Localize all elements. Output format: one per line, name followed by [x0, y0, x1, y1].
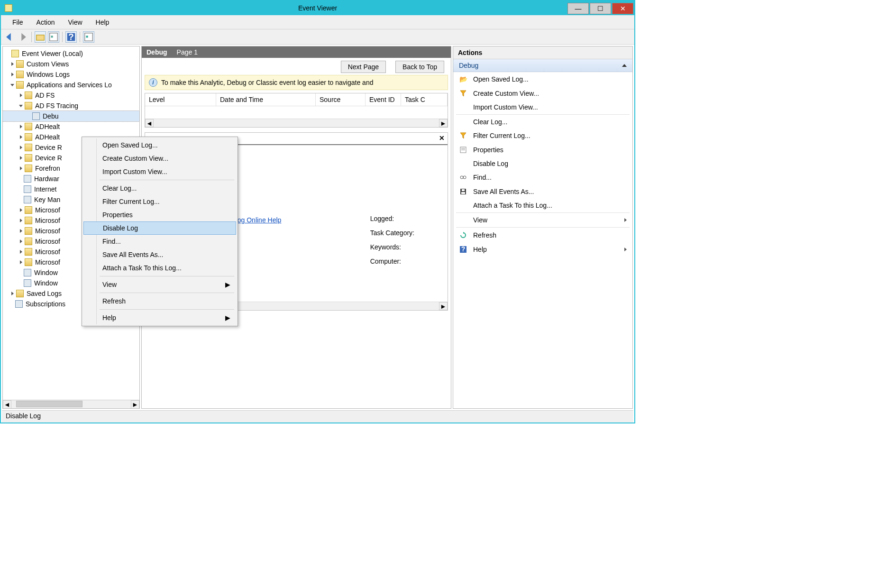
expander-icon[interactable] — [18, 145, 24, 150]
center-header: Debug Page 1 — [142, 46, 451, 58]
expander-icon[interactable] — [18, 155, 24, 161]
action-open-saved-log[interactable]: 📂Open Saved Log... — [453, 72, 632, 86]
col-source[interactable]: Source — [316, 93, 366, 106]
expander-icon[interactable] — [18, 124, 24, 129]
center-title: Debug — [146, 48, 167, 56]
back-to-top-button[interactable]: Back to Top — [395, 61, 444, 73]
expander-icon[interactable] — [9, 291, 15, 296]
ctx-clear-log[interactable]: Clear Log... — [83, 182, 236, 195]
col-date[interactable]: Date and Time — [216, 93, 316, 106]
svg-rect-2 — [51, 36, 53, 37]
scroll-right-icon[interactable]: ► — [439, 302, 448, 310]
svg-text:?: ? — [461, 246, 466, 253]
scroll-left-icon[interactable]: ◄ — [3, 400, 11, 409]
menu-view[interactable]: View — [61, 17, 89, 28]
ctx-import-custom-view[interactable]: Import Custom View... — [83, 165, 236, 178]
svg-rect-13 — [461, 192, 465, 194]
ctx-open-saved-log[interactable]: Open Saved Log... — [83, 138, 236, 152]
expander-icon[interactable] — [18, 239, 24, 244]
expander-icon[interactable] — [9, 72, 15, 77]
ctx-attach-task[interactable]: Attach a Task To this Log... — [83, 261, 236, 275]
open-log-button[interactable] — [35, 31, 46, 43]
expander-icon[interactable] — [18, 218, 24, 223]
ctx-separator — [100, 180, 234, 180]
tree-horizontal-scrollbar[interactable]: ◄ ► — [3, 400, 139, 408]
ctx-view[interactable]: View▶ — [83, 278, 236, 291]
grid-scrollbar[interactable]: ◄ ► — [145, 119, 448, 127]
expander-icon[interactable] — [18, 165, 24, 171]
ctx-find[interactable]: Find... — [83, 235, 236, 248]
filter-icon — [459, 89, 467, 98]
action-properties[interactable]: Properties — [453, 143, 632, 157]
ctx-separator — [100, 293, 234, 293]
folder-icon — [25, 238, 32, 245]
col-level[interactable]: Level — [145, 93, 216, 106]
toolbar: ? — [1, 29, 634, 45]
ctx-refresh[interactable]: Refresh — [83, 294, 236, 308]
next-page-button[interactable]: Next Page — [341, 61, 386, 73]
expander-icon[interactable] — [18, 92, 24, 98]
action-disable-log[interactable]: Disable Log — [453, 157, 632, 170]
expander-icon[interactable] — [18, 259, 24, 265]
expander-icon[interactable] — [18, 103, 24, 109]
ctx-filter-log[interactable]: Filter Current Log... — [83, 195, 236, 208]
scroll-left-icon[interactable]: ◄ — [145, 119, 154, 127]
ctx-disable-log[interactable]: Disable Log — [83, 221, 236, 235]
event-viewer-icon — [11, 50, 19, 57]
close-icon[interactable]: ✕ — [439, 134, 445, 142]
expander-icon[interactable] — [9, 61, 15, 67]
show-pane-button[interactable] — [83, 31, 94, 43]
action-find[interactable]: Find... — [453, 170, 632, 184]
tree-adfs-tracing[interactable]: AD FS Tracing — [3, 101, 139, 111]
filter-icon — [459, 131, 467, 140]
back-button[interactable] — [4, 31, 15, 43]
expander-icon[interactable] — [18, 249, 24, 255]
action-help[interactable]: ?Help — [453, 242, 632, 257]
expander-icon[interactable] — [18, 207, 24, 213]
properties-button[interactable] — [48, 31, 59, 43]
menu-help[interactable]: Help — [89, 17, 116, 28]
actions-separator — [456, 114, 630, 115]
info-bar: i To make this Analytic, Debug or Classi… — [145, 75, 448, 90]
forward-button[interactable] — [17, 31, 28, 43]
log-icon — [32, 112, 40, 120]
help-button[interactable]: ? — [65, 31, 77, 43]
tree-apps-services[interactable]: Applications and Services Lo — [3, 80, 139, 90]
ctx-properties[interactable]: Properties — [83, 208, 236, 221]
col-taskc[interactable]: Task C — [401, 93, 448, 106]
action-filter-log[interactable]: Filter Current Log... — [453, 129, 632, 143]
action-create-custom-view[interactable]: Create Custom View... — [453, 86, 632, 101]
expander-icon[interactable] — [9, 82, 15, 88]
collapse-icon[interactable] — [622, 64, 627, 67]
svg-rect-5 — [85, 33, 93, 41]
svg-rect-6 — [86, 36, 88, 37]
menu-action[interactable]: Action — [30, 17, 62, 28]
tree-adfs[interactable]: AD FS — [3, 90, 139, 101]
scroll-thumb[interactable] — [16, 401, 82, 407]
action-clear-log[interactable]: Clear Log... — [453, 115, 632, 129]
tree-root[interactable]: Event Viewer (Local) — [3, 48, 139, 59]
action-import-custom-view[interactable]: Import Custom View... — [453, 101, 632, 114]
expander-icon[interactable] — [18, 228, 24, 234]
tree-item[interactable]: ADHealt — [3, 121, 139, 132]
tree-windows-logs[interactable]: Windows Logs — [3, 69, 139, 80]
action-view[interactable]: View — [453, 213, 632, 227]
action-save-all[interactable]: Save All Events As... — [453, 184, 632, 199]
tree-debug[interactable]: Debu — [3, 111, 139, 121]
tree-custom-views[interactable]: Custom Views — [3, 59, 139, 69]
submenu-arrow-icon: ▶ — [225, 314, 230, 322]
menu-file[interactable]: File — [6, 17, 30, 28]
folder-icon — [25, 227, 32, 235]
expander-icon[interactable] — [18, 134, 24, 140]
properties-icon — [459, 146, 467, 154]
svg-rect-0 — [37, 35, 45, 40]
ctx-save-all[interactable]: Save All Events As... — [83, 248, 236, 261]
ctx-create-custom-view[interactable]: Create Custom View... — [83, 152, 236, 165]
ctx-help[interactable]: Help▶ — [83, 311, 236, 324]
action-refresh[interactable]: Refresh — [453, 228, 632, 242]
col-eventid[interactable]: Event ID — [366, 93, 401, 106]
actions-section[interactable]: Debug — [453, 59, 632, 72]
scroll-right-icon[interactable]: ► — [439, 119, 448, 127]
action-attach-task[interactable]: Attach a Task To this Log... — [453, 199, 632, 212]
scroll-right-icon[interactable]: ► — [131, 400, 139, 409]
